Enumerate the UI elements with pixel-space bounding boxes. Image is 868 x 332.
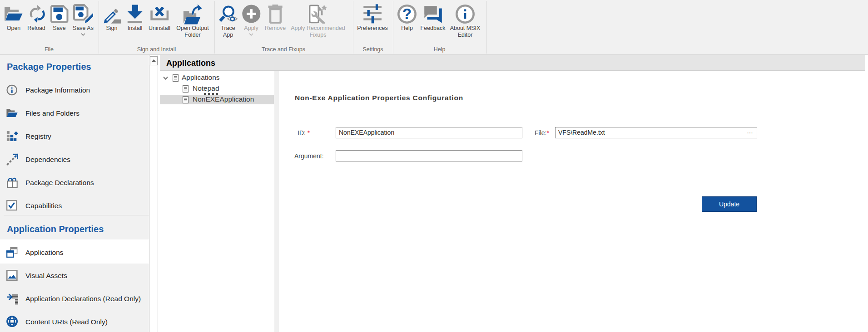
svg-text:?: ? [402, 5, 412, 22]
